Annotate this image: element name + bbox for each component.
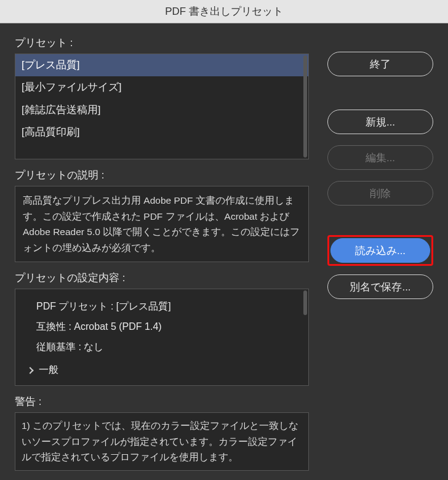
window-titlebar: PDF 書き出しプリセット	[0, 0, 448, 23]
chevron-right-icon	[26, 367, 33, 374]
window-title: PDF 書き出しプリセット	[165, 4, 283, 18]
settings-row: 従順基準 : なし	[24, 337, 300, 358]
collapse-label: 一般	[39, 364, 58, 377]
settings-row: 互換性 : Acrobat 5 (PDF 1.4)	[24, 317, 300, 337]
preset-item[interactable]: [雑誌広告送稿用]	[15, 99, 308, 121]
settings-box: PDF プリセット : [プレス品質] 互換性 : Acrobat 5 (PDF…	[15, 289, 309, 386]
preset-item[interactable]: [高品質印刷]	[15, 121, 308, 143]
preset-item[interactable]: [最小ファイルサイズ]	[15, 76, 308, 98]
description-text: 高品質なプリプレス出力用 Adobe PDF 文書の作成に使用します。この設定で…	[23, 195, 300, 253]
settings-row: PDF プリセット : [プレス品質]	[24, 297, 300, 317]
collapse-general[interactable]: 一般	[24, 358, 300, 377]
scrollbar[interactable]	[303, 290, 307, 315]
warning-text: 1) このプリセットでは、現在のカラー設定ファイルと一致しないソースプロファイル…	[22, 420, 298, 462]
preset-item[interactable]: [プレス品質]	[15, 54, 308, 76]
warnings-box: 1) このプリセットでは、現在のカラー設定ファイルと一致しないソースプロファイル…	[15, 412, 309, 471]
warnings-label: 警告 :	[15, 394, 309, 409]
load-button-highlight: 読み込み...	[327, 235, 433, 266]
delete-button: 削除	[327, 181, 433, 206]
presets-listbox[interactable]: [プレス品質] [最小ファイルサイズ] [雑誌広告送稿用] [高品質印刷]	[15, 54, 309, 159]
scrollbar[interactable]	[303, 55, 307, 158]
presets-label: プリセット :	[15, 36, 309, 50]
done-button[interactable]: 終了	[327, 52, 433, 76]
edit-button: 編集...	[327, 145, 433, 170]
new-button[interactable]: 新規...	[327, 110, 433, 134]
description-box: 高品質なプリプレス出力用 Adobe PDF 文書の作成に使用します。この設定で…	[15, 186, 309, 262]
save-as-button[interactable]: 別名で保存...	[327, 274, 433, 299]
settings-label: プリセットの設定内容 :	[15, 271, 309, 285]
load-button[interactable]: 読み込み...	[330, 238, 430, 263]
description-label: プリセットの説明 :	[15, 168, 309, 182]
